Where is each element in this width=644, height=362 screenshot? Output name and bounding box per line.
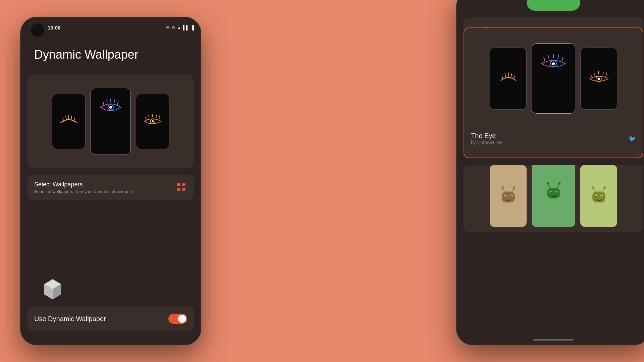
green-button[interactable] (527, 0, 580, 11)
android-section (464, 165, 643, 232)
eye-previews (464, 28, 643, 129)
use-dynamic-section: Use Dynamic Wallpaper (28, 306, 194, 331)
eye-card-1[interactable] (490, 48, 527, 110)
svg-line-51 (591, 74, 592, 77)
svg-line-42 (558, 55, 559, 59)
svg-point-58 (513, 186, 515, 189)
eye-section[interactable]: The Eye by Colorwallies 🐦 (464, 27, 643, 158)
status-bar-left: 13:00 ⊕ ⊖ ▲ ▌▌ ▐ (48, 25, 194, 31)
svg-line-52 (594, 72, 595, 75)
svg-point-80 (595, 195, 596, 197)
scene: 13:00 ⊕ ⊖ ▲ ▌▌ ▐ Dynamic Wallpaper (0, 0, 644, 362)
camera-notch (31, 23, 44, 37)
svg-point-81 (601, 195, 602, 197)
phone-screen-left: 13:00 ⊕ ⊖ ▲ ▌▌ ▐ Dynamic Wallpaper (21, 17, 201, 345)
svg-line-21 (156, 115, 157, 118)
android-card-2[interactable] (532, 165, 575, 227)
eye-section-text: The Eye by Colorwallies (471, 132, 502, 145)
android-card-1[interactable] (490, 165, 527, 227)
eye-card-2[interactable] (532, 43, 575, 114)
eye-section-footer: The Eye by Colorwallies 🐦 (464, 129, 643, 148)
grid-icon[interactable] (175, 182, 187, 194)
svg-point-76 (603, 186, 606, 189)
android-card-3[interactable] (580, 165, 617, 227)
svg-line-53 (603, 72, 603, 75)
wallpaper-preview-section (28, 74, 194, 168)
svg-point-75 (592, 186, 594, 189)
dynamic-wallpaper-toggle[interactable] (168, 314, 187, 324)
eye-card-3[interactable] (580, 48, 617, 110)
svg-point-62 (504, 195, 506, 197)
svg-line-19 (145, 117, 147, 120)
status-time: 13:00 (48, 25, 60, 31)
select-text: Select Wallpapers Beautiful wallpapers f… (34, 181, 133, 194)
svg-rect-27 (178, 184, 179, 185)
svg-point-50 (597, 77, 600, 80)
svg-point-63 (511, 195, 512, 197)
svg-rect-25 (177, 188, 180, 191)
svg-line-35 (511, 73, 512, 77)
svg-line-33 (505, 73, 506, 77)
svg-point-18 (152, 120, 154, 122)
phone-screen-right: Emoji by Colorwallies 🐦 (457, 0, 644, 345)
eye-twitter-icon[interactable]: 🐦 (629, 135, 636, 142)
home-indicator (533, 339, 574, 341)
svg-rect-24 (182, 183, 185, 186)
phone-right: Emoji by Colorwallies 🐦 (456, 0, 644, 345)
svg-rect-26 (182, 188, 185, 191)
svg-point-6 (109, 106, 112, 109)
svg-line-36 (514, 76, 515, 79)
dnd-icon: ⊖ (171, 25, 175, 30)
svg-point-66 (546, 182, 549, 184)
svg-line-54 (605, 74, 607, 77)
svg-line-3 (71, 116, 72, 120)
use-dynamic-label: Use Dynamic Wallpaper (34, 315, 106, 323)
select-wallpapers-section[interactable]: Select Wallpapers Beautiful wallpapers f… (28, 175, 194, 200)
app-logo (41, 278, 68, 304)
wallpaper-card-2[interactable] (91, 88, 131, 155)
wallpaper-card-1[interactable] (52, 94, 86, 149)
eye-subtitle: by Colorwallies (471, 140, 502, 145)
select-subtitle: Beautiful wallpapers from your favorites… (34, 189, 133, 194)
svg-line-8 (107, 100, 107, 103)
svg-line-11 (117, 102, 118, 105)
wifi-icon: ▲ (177, 25, 181, 30)
app-title: Dynamic Wallpaper (34, 48, 139, 62)
svg-line-32 (502, 76, 503, 79)
svg-point-57 (501, 186, 503, 189)
select-title: Select Wallpapers (34, 181, 133, 188)
svg-line-22 (159, 117, 160, 120)
svg-line-7 (103, 102, 104, 105)
wallpaper-card-3[interactable] (136, 94, 169, 149)
svg-point-38 (552, 62, 555, 65)
android-previews (464, 165, 643, 232)
bluetooth-icon: ⊕ (166, 25, 170, 30)
eye-title: The Eye (471, 132, 502, 140)
status-icons: ⊕ ⊖ ▲ ▌▌ ▐ (166, 25, 194, 30)
svg-point-67 (558, 182, 560, 184)
svg-line-1 (66, 116, 66, 120)
svg-line-40 (548, 55, 549, 59)
svg-line-43 (562, 57, 563, 61)
svg-point-72 (555, 191, 557, 193)
svg-point-71 (550, 191, 551, 193)
signal-icon: ▌▌ (183, 25, 189, 30)
svg-line-10 (114, 100, 115, 103)
svg-line-39 (544, 57, 545, 61)
battery-icon: ▐ (191, 25, 194, 30)
phone-left: 13:00 ⊕ ⊖ ▲ ▌▌ ▐ Dynamic Wallpaper (20, 17, 201, 345)
svg-line-20 (149, 115, 149, 118)
